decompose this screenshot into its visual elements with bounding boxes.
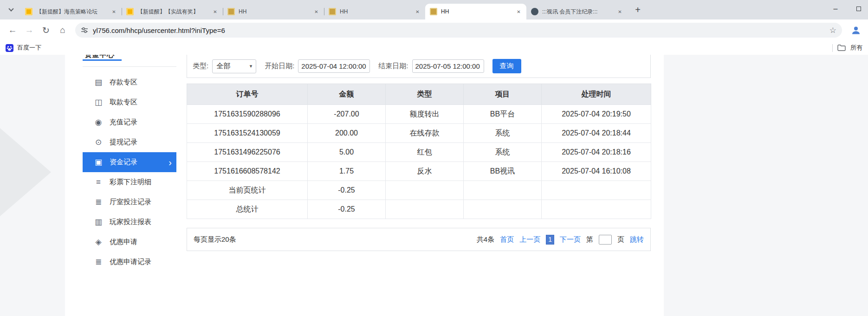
table-row-page-total: 当前页统计 -0.25	[187, 181, 651, 200]
sidebar-item-label: 玩家投注报表	[110, 218, 151, 226]
tab-search-button[interactable]	[5, 3, 18, 16]
jump-prefix-text: 第	[586, 235, 593, 244]
forum-favicon	[25, 8, 32, 15]
hall-bet-icon: ≣	[94, 197, 103, 207]
page-content: 资金中心 ▤ 存款专区 › ◫ 取款专区 › ◉ 充值记录 ›	[0, 55, 868, 316]
lottery-bet-icon: ≡	[94, 178, 103, 187]
pagination-bar: 每页显示20条 共4条 首页 上一页 1 下一页 第 页 跳转	[187, 228, 651, 251]
tab-title: 【新提醒】【实战有奖】	[137, 8, 207, 16]
amount: 200.00	[308, 124, 386, 143]
hh-favicon	[329, 8, 336, 15]
search-button[interactable]: 查询	[492, 59, 521, 73]
order-no: 1751631496225076	[187, 143, 308, 162]
empty-cell	[386, 181, 464, 200]
browser-tab[interactable]: :::视讯 会员下注纪录::: ✕	[526, 4, 628, 19]
end-date-input[interactable]	[412, 59, 484, 73]
sidebar-item-label: 优惠申请记录	[110, 258, 151, 266]
type-select-value: 全部	[216, 62, 230, 71]
new-tab-button[interactable]: +	[631, 3, 644, 16]
select-caret-icon: ▾	[250, 63, 253, 69]
browser-tab[interactable]: HH ✕	[223, 4, 324, 19]
reload-button[interactable]: ↻	[38, 22, 54, 38]
order-no: 1751616608578142	[187, 162, 308, 181]
window-controls: –	[831, 4, 868, 15]
profile-avatar[interactable]	[849, 23, 863, 38]
sidebar-header-underline	[83, 59, 122, 61]
order-no: 1751631524130059	[187, 124, 308, 143]
maximize-button[interactable]	[854, 4, 863, 13]
project: BB平台	[464, 105, 542, 124]
empty-cell	[386, 200, 464, 219]
filter-bar: 类型: 全部 ▾ 开始日期: 结束日期: 查询	[187, 55, 651, 78]
url-bar[interactable]: yl756.com/hhcp/usercenter.html?iniType=6…	[75, 23, 842, 38]
end-date-label: 结束日期:	[378, 62, 408, 71]
page-jump-input[interactable]	[599, 235, 612, 245]
folder-icon	[837, 45, 846, 51]
sidebar-item-lottery-bet-details[interactable]: ≡ 彩票下注明细 ›	[83, 172, 176, 192]
withdrawal-record-icon: ⊙	[94, 137, 103, 147]
site-settings-icon[interactable]	[81, 26, 88, 34]
bookmarks-bar-right: 所有	[832, 44, 862, 52]
sidebar-item-label: 存款专区	[110, 78, 137, 87]
back-button[interactable]: ←	[5, 22, 20, 38]
process-time: 2025-07-04 20:19:50	[542, 105, 651, 124]
table-row-grand-total: 总统计 -0.25	[187, 200, 651, 219]
recharge-record-icon: ◉	[94, 117, 103, 127]
project: 系统	[464, 143, 542, 162]
first-page-link[interactable]: 首页	[500, 235, 514, 244]
url-text[interactable]: yl756.com/hhcp/usercenter.html?iniType=6	[93, 26, 825, 34]
browser-tab[interactable]: HH ✕	[324, 4, 425, 19]
tab-close-icon[interactable]: ✕	[616, 8, 624, 16]
project: 系统	[464, 124, 542, 143]
col-process-time: 处理时间	[542, 84, 651, 105]
sidebar-item-promo-apply-records[interactable]: ≣ 优惠申请记录 ›	[83, 252, 176, 272]
sidebar-item-player-bet-report[interactable]: ▥ 玩家投注报表 ›	[83, 212, 176, 232]
tab-close-icon[interactable]: ✕	[312, 8, 320, 16]
forward-button[interactable]: →	[21, 22, 37, 38]
sidebar-item-label: 彩票下注明细	[110, 178, 151, 187]
browser-window: 【新提醒】海燕策略论坛 ✕ 【新提醒】【实战有奖】 ✕ HH ✕ HH ✕ HH…	[0, 0, 868, 316]
total-count-text: 共4条	[477, 235, 494, 244]
stat-amount: -0.25	[308, 200, 386, 219]
empty-cell	[542, 200, 651, 219]
table-row: 1751631590288096 -207.00 额度转出 BB平台 2025-…	[187, 105, 651, 124]
sidebar-item-promo-apply[interactable]: ◈ 优惠申请 ›	[83, 232, 176, 252]
minimize-button[interactable]: –	[831, 4, 840, 13]
bookmark-star-icon[interactable]: ☆	[829, 26, 836, 35]
jump-go-link[interactable]: 跳转	[630, 235, 644, 244]
browser-tab[interactable]: 【新提醒】【实战有奖】 ✕	[122, 4, 223, 19]
sidebar-item-withdrawal-records[interactable]: ⊙ 提现记录 ›	[83, 132, 176, 152]
sidebar-item-withdraw-zone[interactable]: ◫ 取款专区 ›	[83, 92, 176, 112]
sidebar-item-deposit-zone[interactable]: ▤ 存款专区 ›	[83, 72, 176, 92]
chevron-down-icon	[8, 6, 13, 11]
type: 在线存款	[386, 124, 464, 143]
tab-close-icon[interactable]: ✕	[515, 8, 523, 16]
prev-page-link[interactable]: 上一页	[519, 235, 540, 244]
jump-suffix-text: 页	[617, 235, 624, 244]
tab-close-icon[interactable]: ✕	[110, 8, 118, 16]
start-date-input[interactable]	[298, 59, 370, 73]
browser-tab-active[interactable]: HH ✕	[425, 4, 526, 19]
next-page-link[interactable]: 下一页	[560, 235, 581, 244]
amount: 1.75	[308, 162, 386, 181]
sidebar-item-hall-bet-records[interactable]: ≣ 厅室投注记录 ›	[83, 192, 176, 212]
tab-close-icon[interactable]: ✕	[211, 8, 219, 16]
current-page-badge[interactable]: 1	[546, 235, 554, 245]
all-bookmarks-label[interactable]: 所有	[850, 44, 862, 52]
browser-tab[interactable]: 【新提醒】海燕策略论坛 ✕	[20, 4, 122, 19]
stat-label: 总统计	[187, 200, 308, 219]
sidebar-menu: ▤ 存款专区 › ◫ 取款专区 › ◉ 充值记录 › ⊙ 提现记录 ›	[83, 67, 176, 272]
hh-favicon	[227, 8, 235, 15]
sidebar-item-recharge-records[interactable]: ◉ 充值记录 ›	[83, 112, 176, 132]
type: 反水	[386, 162, 464, 181]
sidebar-item-fund-records[interactable]: ▣ 资金记录 ›	[83, 152, 176, 172]
table-row: 1751631496225076 5.00 红包 系统 2025-07-04 2…	[187, 143, 651, 162]
empty-cell	[464, 181, 542, 200]
type-select[interactable]: 全部 ▾	[212, 59, 256, 73]
home-button[interactable]: ⌂	[55, 22, 71, 38]
withdraw-icon: ◫	[94, 97, 103, 107]
sidebar-item-label: 提现记录	[110, 138, 137, 147]
table-row: 1751616608578142 1.75 反水 BB视讯 2025-07-04…	[187, 162, 651, 181]
tab-close-icon[interactable]: ✕	[414, 8, 421, 16]
bookmark-baidu[interactable]: 百度一下	[6, 44, 41, 52]
